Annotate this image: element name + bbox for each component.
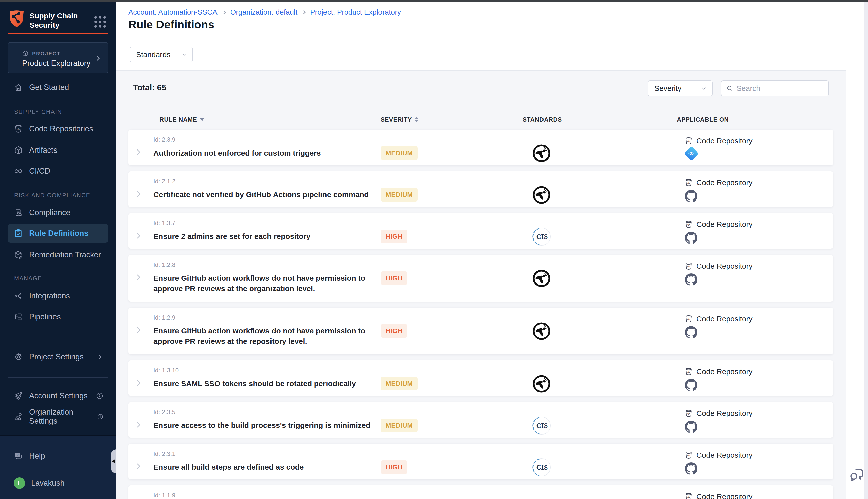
code-repo-icon: </> bbox=[684, 409, 693, 417]
provider-icon-slot bbox=[685, 232, 698, 245]
search-box bbox=[721, 81, 829, 97]
project-selector[interactable]: PROJECT Product Exploratory bbox=[8, 42, 109, 73]
applicable-on-label: Code Repository bbox=[696, 262, 753, 270]
svg-text:</>: </> bbox=[687, 223, 690, 226]
chevron-down-icon bbox=[700, 85, 707, 92]
table-row[interactable]: Id: 2.3.5 Ensure access to the build pro… bbox=[128, 402, 833, 438]
owasp-standard-icon bbox=[532, 269, 551, 288]
sidebar-collapse-handle[interactable] bbox=[111, 449, 116, 473]
svg-text:CIS: CIS bbox=[536, 422, 547, 429]
github-icon bbox=[685, 462, 697, 475]
rules-table-area: Total: 65 Severity RULE NAME SEVERITY ST… bbox=[116, 71, 846, 499]
breadcrumb-separator-icon bbox=[222, 10, 226, 14]
svg-text:</>: </> bbox=[687, 371, 690, 373]
table-row[interactable]: Id: 2.3.1 Ensure all build steps are def… bbox=[128, 444, 833, 479]
search-input[interactable] bbox=[737, 84, 823, 93]
table-row[interactable]: Id: 1.2.8 Ensure GitHub action workflows… bbox=[128, 255, 833, 302]
rule-id: Id: 1.3.7 bbox=[153, 220, 310, 227]
expand-row-icon[interactable] bbox=[134, 231, 143, 240]
expand-row-icon[interactable] bbox=[134, 148, 143, 157]
expand-row-icon[interactable] bbox=[134, 462, 143, 471]
table-row[interactable]: Id: 1.1.9 HIGH CIS </> Code Repository bbox=[128, 485, 833, 499]
expand-row-icon[interactable] bbox=[134, 378, 143, 387]
breadcrumb-project[interactable]: Project: Product Exploratory bbox=[310, 8, 401, 16]
applicable-on-cell: </> Code Repository bbox=[684, 262, 753, 287]
breadcrumb-organization[interactable]: Organization: default bbox=[230, 8, 298, 16]
user-menu[interactable]: L Lavakush bbox=[8, 476, 109, 490]
right-rail bbox=[846, 2, 868, 499]
sidebar-section-manage: MANAGE bbox=[14, 275, 42, 282]
org-gear-icon bbox=[14, 412, 23, 421]
sort-updown-icon bbox=[415, 117, 419, 122]
rule-name: Authorization not enforced for custom tr… bbox=[153, 148, 321, 158]
applicable-on-label: Code Repository bbox=[696, 179, 753, 187]
applicable-on-cell: </> Code Repository bbox=[684, 451, 753, 475]
cube-icon bbox=[22, 50, 29, 57]
table-row[interactable]: Id: 1.3.7 Ensure 2 admins are set for ea… bbox=[128, 213, 833, 249]
rule-name: Certificate not verified by GitHub Actio… bbox=[153, 190, 369, 200]
code-repo-icon: </> bbox=[684, 315, 693, 323]
sidebar-item-artifacts[interactable]: Artifacts bbox=[8, 143, 109, 157]
applicable-on-cell: </> Code Repository bbox=[684, 409, 753, 434]
sidebar-item-get-started[interactable]: Get Started bbox=[8, 81, 109, 95]
expand-row-icon[interactable] bbox=[134, 326, 143, 335]
standards-icons: CIS bbox=[520, 416, 563, 435]
provider-icon-slot bbox=[685, 421, 698, 434]
sidebar-item-account-settings[interactable]: Account Settings bbox=[8, 389, 109, 403]
expand-row-icon[interactable] bbox=[134, 190, 143, 198]
rule-cell: Id: 2.1.2 Certificate not verified by Gi… bbox=[153, 178, 369, 200]
feedback-chat-icon[interactable] bbox=[850, 467, 865, 483]
severity-badge: HIGH bbox=[381, 324, 407, 338]
column-header-standards: STANDARDS bbox=[523, 116, 562, 123]
sidebar-item-remediation-tracker[interactable]: Remediation Tracker bbox=[8, 248, 109, 262]
severity-filter-dropdown[interactable]: Severity bbox=[648, 81, 712, 97]
app-title: Supply Chain Security bbox=[30, 10, 78, 30]
standards-filter-dropdown[interactable]: Standards bbox=[129, 47, 193, 62]
sidebar-item-project-settings[interactable]: Project Settings bbox=[8, 350, 109, 364]
breadcrumb-account[interactable]: Account: Automation-SSCA bbox=[128, 8, 218, 16]
code-repo-icon: </> bbox=[684, 451, 693, 459]
sidebar-item-help[interactable]: ? Help bbox=[8, 449, 109, 463]
harness-code-icon: </> bbox=[684, 146, 699, 161]
sidebar-item-rule-definitions[interactable]: Rule Definitions bbox=[8, 224, 109, 243]
standards-icons bbox=[520, 144, 563, 163]
app-switcher-icon[interactable] bbox=[95, 16, 106, 28]
breadcrumb-separator-icon bbox=[302, 10, 306, 14]
table-row[interactable]: Id: 1.3.10 Ensure SAML SSO tokens should… bbox=[128, 360, 833, 396]
sidebar-item-organization-settings[interactable]: Organization Settings bbox=[8, 410, 109, 424]
rule-name: Ensure access to the build process's tri… bbox=[153, 420, 370, 431]
sidebar-section-risk-compliance: RISK AND COMPLIANCE bbox=[14, 192, 90, 199]
table-row[interactable]: Id: 2.3.9 Authorization not enforced for… bbox=[128, 130, 833, 165]
info-icon bbox=[97, 413, 103, 421]
sidebar-item-cicd[interactable]: CI/CD bbox=[8, 164, 109, 178]
applicable-on-cell: </> Code Repository bbox=[684, 315, 753, 339]
expand-row-icon[interactable] bbox=[134, 420, 143, 429]
rule-name: Ensure GitHub action workflows do not ha… bbox=[153, 326, 374, 347]
home-icon bbox=[14, 83, 23, 92]
provider-icon-slot bbox=[685, 326, 698, 339]
sidebar-item-code-repositories[interactable]: </> Code Repositories bbox=[8, 122, 109, 136]
browser-top-strip bbox=[0, 0, 868, 2]
code-repo-icon: </> bbox=[684, 262, 693, 270]
svg-text:?: ? bbox=[16, 453, 18, 457]
github-icon bbox=[685, 421, 697, 433]
table-row[interactable]: Id: 2.1.2 Certificate not verified by Gi… bbox=[128, 171, 833, 207]
sidebar-item-compliance[interactable]: Compliance bbox=[8, 206, 109, 220]
user-avatar: L bbox=[14, 477, 25, 489]
table-row[interactable]: Id: 1.2.9 Ensure GitHub action workflows… bbox=[128, 307, 833, 354]
sidebar-item-integrations[interactable]: Integrations bbox=[8, 289, 109, 303]
column-header-rule-name[interactable]: RULE NAME bbox=[160, 116, 204, 123]
rule-id: Id: 2.3.5 bbox=[153, 409, 370, 416]
scrollbar[interactable] bbox=[865, 2, 868, 499]
rule-id: Id: 1.2.9 bbox=[153, 314, 374, 321]
column-header-severity[interactable]: SEVERITY bbox=[381, 116, 419, 123]
code-repo-icon: </> bbox=[684, 492, 693, 499]
expand-row-icon[interactable] bbox=[134, 273, 143, 282]
code-repo-icon: </> bbox=[684, 179, 693, 187]
code-repo-icon: </> bbox=[684, 220, 693, 229]
chevron-down-icon bbox=[181, 51, 187, 58]
applicable-on-label: Code Repository bbox=[696, 367, 753, 376]
sort-desc-icon bbox=[200, 118, 204, 121]
provider-icon-slot bbox=[685, 462, 698, 475]
sidebar-item-pipelines[interactable]: Pipelines bbox=[8, 310, 109, 324]
